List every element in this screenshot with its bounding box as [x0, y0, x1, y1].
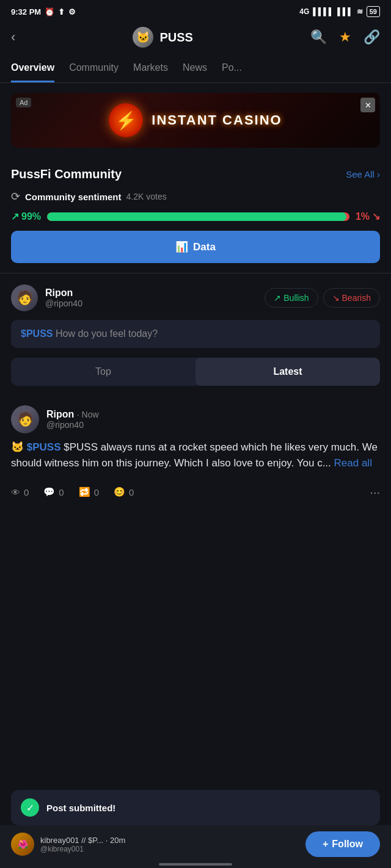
- down-arrow-icon: ↘: [372, 211, 380, 222]
- home-indicator: [159, 863, 232, 866]
- post-time: · Now: [77, 410, 99, 419]
- post-text: $PUSS always runs at a rocket speed whic…: [11, 441, 378, 469]
- feed-tab-toggle: Top Latest: [11, 358, 380, 386]
- status-right: 4G ▌▌▌▌ ▌▌▌ ≋ 59: [299, 6, 380, 17]
- bearish-button[interactable]: ↘ Bearish: [323, 288, 380, 308]
- read-all-button[interactable]: Read all: [334, 457, 372, 469]
- ad-logo: ⚡: [109, 103, 143, 137]
- notif-text: kibreay001 // $P... · 20m: [40, 836, 125, 845]
- post-card: 🧑 Ripon · Now @ripon40 🐱 $PUSS $PUSS alw…: [0, 396, 391, 514]
- post-name-row: Ripon · Now: [46, 409, 99, 420]
- favorite-button[interactable]: ★: [339, 29, 351, 45]
- notif-time-value: 20m: [110, 836, 125, 845]
- post-user-name: Ripon: [46, 409, 74, 419]
- chart-icon: 📊: [175, 241, 188, 253]
- wifi2-icon: ≋: [357, 7, 363, 16]
- post-emoji: 🐱: [11, 441, 24, 453]
- tab-markets[interactable]: Markets: [133, 56, 168, 82]
- page-header: ‹ 🐱 PUSS 🔍 ★ 🔗: [0, 21, 391, 56]
- reaction-icon: 😊: [114, 486, 125, 497]
- retweet-icon: 🔁: [79, 486, 90, 497]
- data-button[interactable]: 📊 Data: [11, 231, 380, 263]
- reactions-count: 0: [129, 487, 134, 497]
- ad-label: Ad: [16, 98, 31, 107]
- battery-display: 59: [367, 6, 380, 17]
- bullish-button[interactable]: ↗ Bullish: [265, 288, 318, 308]
- notif-details: kibreay001 // $P... · 20m @kibreay001: [40, 836, 125, 853]
- input-placeholder: How do you feel today?: [56, 328, 158, 339]
- community-header: PussFi Community See All ›: [11, 167, 380, 181]
- tab-more[interactable]: Po...: [222, 56, 242, 82]
- post-actions: 👁 0 💬 0 🔁 0 😊 0 ···: [11, 480, 380, 504]
- bull-percentage: ↗ 99%: [11, 211, 41, 222]
- notif-handle: @kibreay001: [40, 845, 125, 853]
- retweet-action[interactable]: 🔁 0: [79, 486, 99, 497]
- user-row: 🧑 Ripon @ripon40 ↗ Bullish ↘ Bearish: [0, 276, 391, 320]
- sentiment-icon: ⟳: [11, 190, 20, 203]
- user-handle: @ripon40: [45, 298, 82, 308]
- bearish-icon: ↘: [332, 293, 340, 303]
- sentiment-bar-row: ↗ 99% 1% ↘: [11, 211, 380, 222]
- latest-tab-button[interactable]: Latest: [196, 358, 380, 386]
- user-avatar: 🧑: [11, 284, 38, 311]
- ad-banner: Ad ⚡ INSTANT CASINO ✕: [11, 93, 380, 148]
- notif-time: ·: [106, 836, 110, 845]
- post-input-area[interactable]: $PUSS How do you feel today?: [11, 320, 380, 348]
- sentiment-buttons: ↗ Bullish ↘ Bearish: [265, 288, 380, 308]
- toast-notification: ✓ Post submitted!: [11, 790, 380, 825]
- ad-close-button[interactable]: ✕: [360, 98, 375, 112]
- coin-avatar: 🐱: [133, 27, 153, 48]
- community-title: PussFi Community: [11, 167, 122, 181]
- input-ticker: $PUSS: [21, 328, 53, 339]
- tab-overview[interactable]: Overview: [11, 56, 54, 82]
- post-body: 🐱 $PUSS $PUSS always runs at a rocket sp…: [11, 439, 380, 472]
- notif-avatar: 🌺: [11, 833, 34, 856]
- sentiment-bar-track: [47, 212, 349, 221]
- ad-text: INSTANT CASINO: [152, 112, 282, 128]
- notif-left: 🌺 kibreay001 // $P... · 20m @kibreay001: [11, 833, 125, 856]
- top-tab-button[interactable]: Top: [11, 358, 196, 386]
- tab-news[interactable]: News: [183, 56, 207, 82]
- header-actions: 🔍 ★ 🔗: [310, 29, 380, 45]
- comments-count: 0: [59, 487, 64, 497]
- comments-action[interactable]: 💬 0: [43, 486, 64, 497]
- user-name: Ripon: [45, 288, 82, 298]
- views-action[interactable]: 👁 0: [11, 487, 29, 497]
- upload-icon: ⬆: [58, 7, 65, 16]
- sentiment-bar-fill: [47, 212, 346, 221]
- divider-1: [0, 273, 391, 273]
- see-all-button[interactable]: See All ›: [346, 169, 380, 179]
- search-button[interactable]: 🔍: [310, 29, 327, 45]
- more-options-button[interactable]: ···: [370, 485, 380, 499]
- ad-content: ⚡ INSTANT CASINO: [109, 103, 282, 137]
- sentiment-row: ⟳ Community sentiment 4.2K votes: [11, 190, 380, 203]
- time-display: 9:32 PM: [11, 7, 41, 16]
- up-arrow-icon: ↗: [11, 211, 19, 222]
- wifi-icon: ▌▌▌: [337, 7, 353, 16]
- sentiment-label: Community sentiment: [25, 192, 122, 202]
- alarm-icon: ⏰: [45, 7, 54, 16]
- sentiment-votes: 4.2K votes: [126, 192, 167, 201]
- follow-plus-icon: +: [323, 839, 328, 850]
- post-input-text: $PUSS How do you feel today?: [21, 328, 158, 339]
- community-section: PussFi Community See All › ⟳ Community s…: [0, 157, 391, 263]
- tab-community[interactable]: Community: [69, 56, 119, 82]
- views-count: 0: [24, 487, 29, 497]
- reaction-action[interactable]: 😊 0: [114, 486, 134, 497]
- toast-text: Post submitted!: [46, 803, 115, 813]
- post-ticker: $PUSS: [27, 441, 61, 453]
- back-button[interactable]: ‹: [11, 29, 15, 45]
- retweets-count: 0: [94, 487, 99, 497]
- post-header: 🧑 Ripon · Now @ripon40: [11, 405, 380, 433]
- share-button[interactable]: 🔗: [364, 29, 380, 45]
- user-details: Ripon @ripon40: [45, 288, 82, 308]
- post-handle: @ripon40: [46, 420, 99, 430]
- bear-percentage: 1% ↘: [356, 211, 380, 222]
- post-avatar: 🧑: [11, 405, 39, 433]
- status-bar: 9:32 PM ⏰ ⬆ ⚙ 4G ▌▌▌▌ ▌▌▌ ≋ 59: [0, 0, 391, 21]
- follow-button[interactable]: + Follow: [305, 831, 380, 857]
- bullish-icon: ↗: [274, 293, 281, 303]
- status-left: 9:32 PM ⏰ ⬆ ⚙: [11, 7, 76, 16]
- signal-icon: ▌▌▌▌: [313, 7, 334, 16]
- bottom-notification-bar: 🌺 kibreay001 // $P... · 20m @kibreay001 …: [0, 825, 391, 868]
